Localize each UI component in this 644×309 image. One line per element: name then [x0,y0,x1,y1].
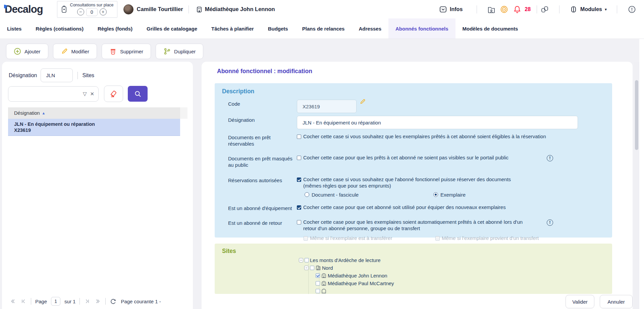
designation-label: Désignation [228,116,297,123]
notifications-button[interactable]: 28 [513,5,531,13]
loan-hidden-checkbox[interactable] [297,156,301,160]
list-item-selected[interactable]: JLN - En équipement ou réparation X23619 [8,119,180,136]
duplicate-button-label: Dupliquer [174,49,196,54]
add-button[interactable]: Ajouter [6,44,48,59]
page-number-input[interactable] [51,297,60,306]
reservations-allowed-checkbox[interactable] [297,177,301,182]
list-header-label: Désignation [14,110,40,116]
increment-button[interactable]: + [100,8,107,15]
filter-bar: Désignation Sites [2,62,193,82]
designation-input[interactable] [297,116,578,129]
broadcast-icon[interactable] [500,5,508,14]
folder-user-icon[interactable] [487,5,496,14]
tree-checkbox-network[interactable] [305,258,309,262]
record-toolbar: Ajouter Modifier Supprimer Dupliquer [6,44,203,59]
reservations-allowed-text-line2: (mêmes règles que pour ses emprunts) [303,183,391,189]
infos-button[interactable]: Infos [439,5,463,13]
info-icon[interactable]: ! [547,219,553,226]
radio-document-fascicule-label: Document - fascicule [312,192,359,198]
tree-node-network: − Les monts d'Ardèche de lecture [299,256,394,264]
caret-down-icon: ▾ [605,7,607,12]
equipment-subscriber-label: Est un abonné d'équipement [228,204,297,211]
tree-node-nord: − Nord [304,264,394,272]
tab-plans-relances[interactable]: Plans de relances [295,18,352,39]
equipment-subscriber-checkbox[interactable] [297,205,301,210]
branch-icon [163,48,171,55]
tree-checkbox-paul-mccartney[interactable] [316,281,320,286]
reset-filters-button[interactable] [104,86,123,102]
vertical-scrollbar[interactable] [634,62,639,309]
consultations-widget: Consultations sur place − + [57,1,117,18]
list-header-designation[interactable]: Désignation ▲ [8,107,180,119]
loan-reservable-row: Documents en prêt réservables Cocher cet… [222,133,605,147]
reservations-allowed-text: Cocher cette case si vous souhaitez que … [303,176,511,189]
decrement-button[interactable]: − [77,8,84,15]
tree-label-nord: Nord [322,265,333,271]
collapse-toggle-icon[interactable]: − [304,266,309,270]
radio-exemplaire[interactable]: Exemplaire [433,192,466,198]
current-site-name[interactable]: Médiathèque John Lennon [205,6,275,12]
pager-divider [31,298,31,305]
collapse-toggle-icon[interactable]: − [299,258,303,262]
tree-checkbox-nord[interactable] [310,266,314,270]
tab-modeles-documents[interactable]: Modèles de documents [455,18,525,39]
return-subscriber-checkbox[interactable] [297,220,301,224]
search-button[interactable] [128,86,148,102]
prev-page-icon[interactable] [20,298,27,305]
radio-exemplaire-control[interactable] [433,192,438,197]
tab-adresses[interactable]: Adresses [352,18,388,39]
radio-document-fascicule[interactable]: Document - fascicule [305,192,433,198]
return-subscriber-text: Cocher cette case pour que les exemplair… [303,219,523,231]
next-page-icon[interactable] [84,298,91,305]
tab-taches-planifier[interactable]: Tâches à planifier [204,18,261,39]
modules-menu[interactable]: Modules ▾ [570,5,607,13]
edit-code-pencil-icon[interactable] [359,98,366,105]
tree-label-john-lennon: Médiathèque John Lennon [328,273,387,278]
subcheck-transfer-in-checkbox[interactable] [435,236,440,241]
clear-search-icon[interactable]: ✕ [90,91,94,97]
scrollbar-thumb[interactable] [635,80,638,150]
first-page-icon[interactable] [9,298,16,305]
sites-filter-label[interactable]: Sites [83,72,95,79]
code-input[interactable] [297,100,357,113]
refresh-icon[interactable] [110,298,117,305]
filter-funnel-icon[interactable]: ▽ [83,91,87,97]
duplicate-button[interactable]: Dupliquer [156,44,203,59]
tab-regles-fonds[interactable]: Règles (fonds) [91,18,140,39]
add-button-label: Ajouter [24,49,41,54]
edit-button[interactable]: Modifier [53,44,97,59]
link-icon[interactable] [540,5,549,14]
avatar[interactable] [123,4,133,14]
cancel-button[interactable]: Annuler [600,295,633,308]
radio-document-fascicule-control[interactable] [305,192,309,197]
consultations-label: Consultations sur place [70,3,114,7]
library-icon [321,273,327,278]
alert-circle-icon[interactable] [628,5,636,13]
info-icon[interactable]: ! [547,155,553,161]
header-divider [559,5,559,13]
edit-form-panel: Abonné fonctionnel : modification Descri… [202,62,633,309]
loan-reservable-checkbox[interactable] [297,135,301,139]
return-subscriber-subchecks: Même si l'exemplaire est à transférer Mê… [297,235,605,241]
sort-asc-icon[interactable]: ▲ [42,111,46,115]
designation-filter-input[interactable] [41,68,73,82]
tree-label-network: Les monts d'Ardèche de lecture [310,257,380,263]
consultations-count-input[interactable] [86,8,98,16]
tab-regles-cotisations[interactable]: Règles (cotisations) [29,18,91,39]
designation-field-row: Désignation [222,116,605,129]
sites-tree: − Les monts d'Ardèche de lecture − Nord … [299,256,394,294]
delete-button[interactable]: Supprimer [102,44,151,59]
validate-button[interactable]: Valider [566,295,594,308]
main-nav: Listes Règles (cotisations) Règles (fond… [0,18,644,39]
tab-budgets[interactable]: Budgets [261,18,295,39]
equipment-subscriber-text: Cocher cette case pour que cet abonné so… [303,204,506,210]
modules-label: Modules [580,6,602,12]
tab-abonnes-fonctionnels[interactable]: Abonnés fonctionnels [388,18,455,39]
tree-checkbox-john-lennon[interactable] [316,273,320,278]
last-page-icon[interactable] [95,298,101,305]
subcheck-transfer-out-checkbox[interactable] [304,236,308,241]
tab-grilles-catalogage[interactable]: Grilles de catalogage [140,18,204,39]
tab-listes[interactable]: Listes [0,18,29,39]
search-bar: ▽ ✕ [8,86,193,102]
tree-checkbox-clipped[interactable] [316,289,320,293]
